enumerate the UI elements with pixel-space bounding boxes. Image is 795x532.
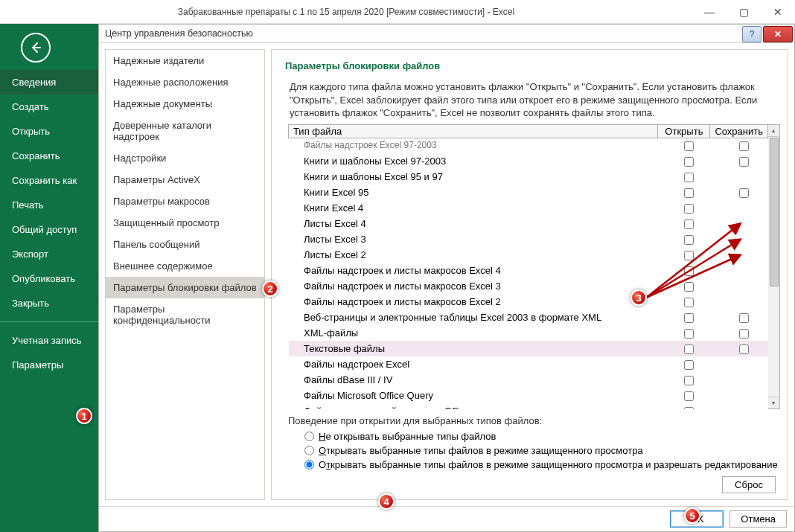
table-row[interactable]: Файлы надстроек Excel: [289, 356, 768, 372]
section-header: Параметры блокировки файлов: [279, 57, 780, 80]
category-item[interactable]: Надстройки: [106, 147, 264, 169]
behavior-radio[interactable]: [304, 446, 314, 455]
open-checkbox[interactable]: [684, 188, 694, 198]
save-checkbox[interactable]: [739, 313, 749, 323]
trust-center-dialog: Центр управления безопасностью ? ✕ Надеж…: [98, 24, 795, 532]
save-checkbox[interactable]: [739, 188, 749, 198]
titlebar: Забракованные препараты с 1 по 15 апреля…: [0, 0, 795, 24]
behavior-radio[interactable]: [304, 432, 314, 441]
open-checkbox[interactable]: [684, 251, 694, 260]
sidebar-item[interactable]: Общий доступ: [0, 217, 98, 242]
open-checkbox[interactable]: [684, 219, 694, 229]
sidebar-item[interactable]: Опубликовать: [0, 266, 98, 291]
behavior-label: Поведение при открытии для выбранных тип…: [279, 414, 780, 429]
col-type[interactable]: Тип файла: [289, 124, 658, 138]
callout-5: 5: [684, 507, 700, 524]
table-row[interactable]: Текстовые файлы: [289, 341, 768, 356]
sidebar-item[interactable]: Экспорт: [0, 242, 98, 266]
table-row[interactable]: Листы Excel 4: [289, 216, 768, 231]
col-open[interactable]: Открыть: [658, 124, 710, 138]
sidebar-item[interactable]: Учетная запись: [0, 328, 98, 353]
open-checkbox[interactable]: [684, 313, 694, 323]
minimize-button[interactable]: —: [692, 0, 727, 24]
save-checkbox[interactable]: [739, 157, 749, 167]
table-row[interactable]: Книги Excel 95: [289, 185, 768, 200]
back-button[interactable]: [21, 33, 51, 63]
table-row[interactable]: Файлы подключений к данным Office: [289, 403, 768, 409]
open-checkbox[interactable]: [684, 360, 694, 370]
category-item[interactable]: Панель сообщений: [106, 234, 264, 255]
sidebar-item[interactable]: Закрыть: [0, 291, 98, 315]
save-checkbox[interactable]: [739, 329, 749, 339]
behavior-radio[interactable]: [304, 460, 314, 469]
open-checkbox[interactable]: [684, 282, 694, 292]
category-item[interactable]: Параметры ActiveX: [106, 169, 264, 190]
table-row[interactable]: Файлы Microsoft Office Query: [289, 388, 768, 403]
open-checkbox[interactable]: [684, 298, 694, 307]
category-item[interactable]: Внешнее содержимое: [106, 255, 264, 277]
dialog-close-button[interactable]: ✕: [763, 26, 793, 42]
table-row[interactable]: Книги и шаблоны Excel 95 и 97: [289, 169, 768, 185]
scrollbar[interactable]: ▴ ▾: [768, 124, 780, 409]
reset-button[interactable]: Сброс: [722, 476, 776, 493]
category-item[interactable]: Надежные издатели: [106, 50, 264, 71]
category-item[interactable]: Параметры макросов: [106, 190, 264, 212]
table-row[interactable]: Книги Excel 4: [289, 200, 768, 216]
open-checkbox[interactable]: [684, 266, 694, 276]
category-item[interactable]: Надежные расположения: [106, 71, 264, 93]
open-checkbox[interactable]: [684, 329, 694, 339]
table-row[interactable]: Файлы надстроек и листы макросов Excel 3: [289, 278, 768, 294]
maximize-button[interactable]: ▢: [727, 0, 761, 24]
open-checkbox[interactable]: [684, 173, 694, 182]
sidebar-item[interactable]: Печать: [0, 193, 98, 217]
scroll-down-icon[interactable]: ▾: [768, 397, 779, 408]
sidebar-item[interactable]: Сохранить: [0, 144, 98, 168]
category-item[interactable]: Доверенные каталоги надстроек: [106, 115, 264, 147]
table-row[interactable]: Файлы надстроек и листы макросов Excel 2: [289, 294, 768, 310]
open-checkbox[interactable]: [684, 376, 694, 385]
sidebar-item[interactable]: Сохранить как: [0, 168, 98, 193]
close-button[interactable]: ✕: [761, 0, 795, 24]
open-checkbox[interactable]: [684, 157, 694, 167]
file-type-name: Файлы надстроек и листы макросов Excel 3: [289, 278, 658, 294]
open-checkbox[interactable]: [684, 141, 694, 151]
behavior-radio-row[interactable]: Открывать выбранные типы файлов в режиме…: [279, 458, 780, 472]
open-checkbox[interactable]: [684, 204, 694, 214]
sidebar-item[interactable]: Сведения: [0, 70, 98, 94]
file-type-name: Файлы надстроек и листы макросов Excel 2: [289, 294, 658, 310]
category-item[interactable]: Надежные документы: [106, 93, 264, 115]
open-checkbox[interactable]: [684, 407, 694, 409]
sidebar-item[interactable]: Создать: [0, 94, 98, 119]
table-row[interactable]: Файлы dBase III / IV: [289, 372, 768, 388]
table-row[interactable]: Веб-страницы и электронные таблицы Excel…: [289, 310, 768, 325]
table-row[interactable]: Книги и шаблоны Excel 97-2003: [289, 153, 768, 169]
file-type-name: Веб-страницы и электронные таблицы Excel…: [289, 310, 658, 325]
table-row[interactable]: Файлы надстроек и листы макросов Excel 4: [289, 263, 768, 278]
behavior-radio-row[interactable]: Открывать выбранные типы файлов в режиме…: [279, 443, 780, 458]
callout-4: 4: [378, 493, 395, 510]
table-row[interactable]: XML-файлы: [289, 325, 768, 341]
open-checkbox[interactable]: [684, 391, 694, 401]
section-description: Для каждого типа файла можно установить …: [279, 80, 780, 124]
save-checkbox[interactable]: [739, 141, 749, 151]
cancel-button[interactable]: Отмена: [729, 510, 787, 528]
table-row[interactable]: Листы Excel 3: [289, 231, 768, 247]
scroll-thumb[interactable]: [770, 138, 779, 286]
table-row[interactable]: Файлы надстроек Excel 97-2003: [289, 138, 768, 153]
open-checkbox[interactable]: [684, 235, 694, 245]
table-row[interactable]: Листы Excel 2: [289, 247, 768, 263]
sidebar-item[interactable]: Параметры: [0, 353, 98, 377]
scroll-up-icon[interactable]: ▴: [768, 125, 779, 137]
category-item[interactable]: Защищенный просмотр: [106, 212, 264, 234]
callout-2: 2: [262, 281, 278, 297]
dialog-help-button[interactable]: ?: [742, 26, 762, 42]
file-type-name: Книги и шаблоны Excel 95 и 97: [289, 169, 658, 185]
save-checkbox[interactable]: [739, 344, 749, 354]
behavior-radio-row[interactable]: Не открывать выбранные типы файлов: [279, 429, 780, 443]
category-item[interactable]: Параметры конфиденциальности: [106, 298, 264, 331]
open-checkbox[interactable]: [684, 344, 694, 354]
sidebar-item[interactable]: Открыть: [0, 119, 98, 144]
behavior-radio-label: Открывать выбранные типы файлов в режиме…: [319, 445, 643, 456]
category-item[interactable]: Параметры блокировки файлов: [106, 277, 264, 298]
col-save[interactable]: Сохранить: [710, 124, 768, 138]
